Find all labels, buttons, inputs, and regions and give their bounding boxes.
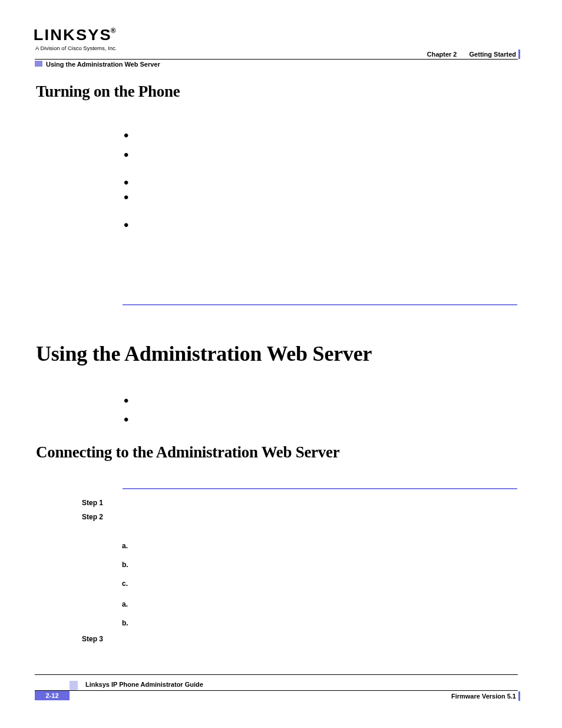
footer-mid-rule — [35, 690, 518, 691]
bullet-item: • — [124, 394, 501, 408]
chapter-label: Chapter 2 — [427, 51, 457, 58]
bullet-icon: • — [124, 189, 128, 205]
bullet-icon: • — [124, 127, 128, 143]
bullet-item: • — [124, 190, 501, 205]
footer-top-rule — [35, 674, 518, 675]
section-heading-connecting: Connecting to the Administration Web Ser… — [36, 443, 339, 462]
bullet-icon: • — [124, 393, 128, 409]
chapter-heading: Chapter 2 Getting Started — [427, 51, 516, 58]
bullet-item: • — [124, 176, 501, 190]
logo-subtitle: A Division of Cisco Systems, Inc. — [35, 45, 117, 51]
bullet-item: • — [124, 413, 501, 427]
step-label-2: Step 2 — [82, 513, 103, 521]
bullet-item: • — [124, 129, 501, 143]
bullet-icon: • — [124, 147, 128, 163]
logo-word: LINKSYS — [34, 26, 112, 44]
step-label-3: Step 3 — [82, 635, 103, 643]
substep-label-b: b. — [122, 619, 128, 627]
substep-label-b: b. — [122, 561, 128, 569]
chapter-title: Getting Started — [470, 51, 516, 58]
section-divider — [123, 304, 517, 305]
substep-label-a: a. — [122, 542, 128, 550]
registered-icon: ® — [111, 27, 116, 35]
footer-right-accent-bar — [518, 691, 520, 701]
page: LINKSYS® A Division of Cisco Systems, In… — [0, 0, 562, 728]
chapter-accent-bar — [518, 50, 520, 59]
step-label-1: Step 1 — [82, 499, 103, 507]
section-heading-using-admin-web-server: Using the Administration Web Server — [36, 341, 372, 366]
page-number: 2-12 — [35, 691, 70, 700]
bullet-item: • — [124, 148, 501, 162]
firmware-version: Firmware Version 5.1 — [451, 693, 516, 700]
section-heading-turning-on-phone: Turning on the Phone — [36, 83, 180, 101]
section-divider — [123, 488, 517, 489]
bullet-item: • — [124, 218, 501, 232]
header-accent-icon — [35, 61, 42, 67]
header-rule — [35, 59, 518, 60]
footer-accent-icon — [70, 681, 78, 690]
bullet-icon: • — [124, 217, 128, 233]
bullet-icon: • — [124, 411, 128, 427]
substep-label-a: a. — [122, 600, 128, 608]
bullet-icon: • — [124, 174, 128, 190]
substep-label-c: c. — [122, 579, 128, 588]
footer-guide-title: Linksys IP Phone Administrator Guide — [85, 681, 203, 688]
running-head: Using the Administration Web Server — [46, 61, 160, 68]
brand-logo: LINKSYS® A Division of Cisco Systems, In… — [35, 26, 117, 51]
